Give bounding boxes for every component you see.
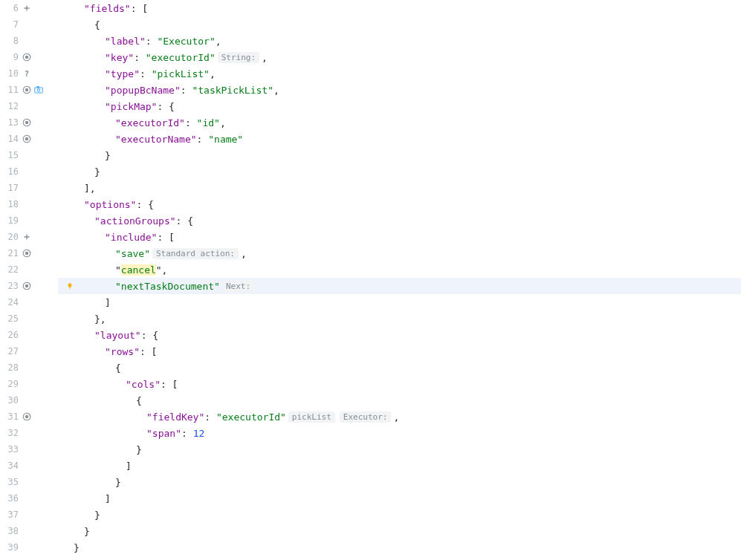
gutter-line[interactable]: 17 xyxy=(0,180,57,196)
gutter-line[interactable]: 27 xyxy=(0,343,57,359)
code-line[interactable]: ], xyxy=(58,180,741,196)
gutter-line[interactable]: 39 xyxy=(0,539,57,556)
gutter-line[interactable]: 7 xyxy=(0,16,57,33)
gutter-line[interactable]: 38 xyxy=(0,523,57,539)
gutter-line[interactable]: 26 xyxy=(0,327,57,343)
code-line[interactable]: "layout": { xyxy=(58,327,741,343)
gutter-icons xyxy=(22,248,51,258)
gutter-line[interactable]: 10? xyxy=(0,65,57,82)
code-line[interactable]: } xyxy=(58,523,741,539)
code-line[interactable]: "key": "executorId"String:, xyxy=(58,49,741,65)
inlay-hint[interactable]: Standard action: xyxy=(152,248,239,259)
plus-icon[interactable] xyxy=(22,3,32,13)
gutter-line[interactable]: 21 xyxy=(0,245,57,261)
code-line[interactable]: "fields": [ xyxy=(58,0,741,16)
code-line[interactable]: { xyxy=(58,392,741,408)
gutter-line[interactable]: 15 xyxy=(0,147,57,163)
eye-icon[interactable] xyxy=(22,52,32,62)
inlay-hint[interactable]: String: xyxy=(218,52,259,63)
eye-icon[interactable] xyxy=(22,248,32,258)
inlay-hint[interactable]: pickList xyxy=(288,411,335,423)
code-line[interactable]: } xyxy=(58,474,741,490)
gutter-line[interactable]: 24 xyxy=(0,294,57,310)
gutter-line[interactable]: 12 xyxy=(0,98,57,114)
token-key: "executorId" xyxy=(115,117,185,128)
line-number: 17 xyxy=(1,183,19,193)
gutter-line[interactable]: 35 xyxy=(0,474,57,490)
eye-icon[interactable] xyxy=(22,281,32,291)
code-line[interactable]: "pickMap": { xyxy=(58,98,741,114)
gutter-line[interactable]: 6 xyxy=(0,0,57,16)
code-line[interactable]: "fieldKey": "executorId"pickListExecutor… xyxy=(58,408,741,425)
gutter-line[interactable]: 16 xyxy=(0,163,57,180)
token-punct: } xyxy=(84,526,90,537)
token-punct: } xyxy=(105,150,111,161)
code-line[interactable]: ] xyxy=(58,490,741,507)
code-line[interactable]: } xyxy=(58,507,741,523)
camera-icon[interactable] xyxy=(33,85,44,95)
eye-icon[interactable] xyxy=(22,411,32,422)
gutter-line[interactable]: 8 xyxy=(0,33,57,49)
gutter-line[interactable]: 9 xyxy=(0,49,57,65)
code-line[interactable]: "options": { xyxy=(58,196,741,212)
code-line[interactable]: } xyxy=(58,147,741,163)
editor-content[interactable]: "fields": [{"label": "Executor","key": "… xyxy=(58,0,741,560)
token-str: "executorId" xyxy=(216,411,286,423)
plus-icon[interactable] xyxy=(22,232,32,242)
code-line[interactable]: }, xyxy=(58,310,741,327)
gutter-line[interactable]: 19 xyxy=(0,212,57,229)
code-line[interactable]: } xyxy=(58,163,741,180)
line-number: 21 xyxy=(1,248,19,258)
gutter-line[interactable]: 20 xyxy=(0,229,57,245)
bulb-icon[interactable] xyxy=(66,282,74,290)
code-line[interactable]: "label": "Executor", xyxy=(58,33,741,49)
code-line[interactable]: "cancel", xyxy=(58,261,741,278)
gutter-line[interactable]: 23 xyxy=(0,278,57,294)
code-line[interactable]: "popupBcName": "taskPickList", xyxy=(58,82,741,98)
gutter-line[interactable]: 30 xyxy=(0,392,57,408)
code-line[interactable]: "rows": [ xyxy=(58,343,741,359)
eye-icon[interactable] xyxy=(22,134,32,144)
code-editor[interactable]: 678910?111213141516171819202122232425262… xyxy=(0,0,741,560)
gutter-line[interactable]: 28 xyxy=(0,359,57,376)
gutter-line[interactable]: 29 xyxy=(0,376,57,392)
gutter-line[interactable]: 36 xyxy=(0,490,57,507)
token-str: "executorId" xyxy=(146,52,216,63)
code-line[interactable]: } xyxy=(58,539,741,556)
gutter-line[interactable]: 13 xyxy=(0,114,57,131)
gutter-line[interactable]: 33 xyxy=(0,441,57,458)
gutter-line[interactable]: 25 xyxy=(0,310,57,327)
code-line[interactable]: "cols": [ xyxy=(58,376,741,392)
inlay-hint[interactable]: Executor: xyxy=(340,411,392,423)
token-str: "nextTaskDocument" xyxy=(115,281,220,292)
code-line[interactable]: ] xyxy=(58,458,741,474)
code-line[interactable]: { xyxy=(58,359,741,376)
code-line[interactable]: "executorName": "name" xyxy=(58,131,741,147)
code-line[interactable]: "actionGroups": { xyxy=(58,212,741,229)
code-line[interactable]: "save"Standard action:, xyxy=(58,245,741,261)
code-line[interactable]: { xyxy=(58,16,741,33)
code-line[interactable]: "nextTaskDocument"Next: xyxy=(58,278,741,294)
gutter-line[interactable]: 31 xyxy=(0,408,57,425)
gutter-line[interactable]: 14 xyxy=(0,131,57,147)
code-line[interactable]: } xyxy=(58,441,741,458)
gutter-line[interactable]: 32 xyxy=(0,425,57,441)
inlay-hint[interactable]: Next: xyxy=(222,281,254,292)
code-line[interactable]: "include": [ xyxy=(58,229,741,245)
gutter-line[interactable]: 22 xyxy=(0,261,57,278)
gutter-line[interactable]: 11 xyxy=(0,82,57,98)
gutter-line[interactable]: 37 xyxy=(0,507,57,523)
eye-icon[interactable] xyxy=(22,117,32,128)
gutter-line[interactable]: 34 xyxy=(0,458,57,474)
gutter-line[interactable]: 18 xyxy=(0,196,57,212)
code-line[interactable]: "executorId": "id", xyxy=(58,114,741,131)
token-punct: : { xyxy=(157,101,174,112)
eye-icon[interactable] xyxy=(22,85,32,95)
question-icon[interactable]: ? xyxy=(22,68,32,79)
token-punct: , xyxy=(274,85,279,96)
code-line[interactable]: "type": "pickList", xyxy=(58,65,741,82)
code-line[interactable]: ] xyxy=(58,294,741,310)
line-number: 38 xyxy=(1,526,19,536)
code-line[interactable]: "span": 12 xyxy=(58,425,741,441)
token-key: "type" xyxy=(105,68,140,79)
